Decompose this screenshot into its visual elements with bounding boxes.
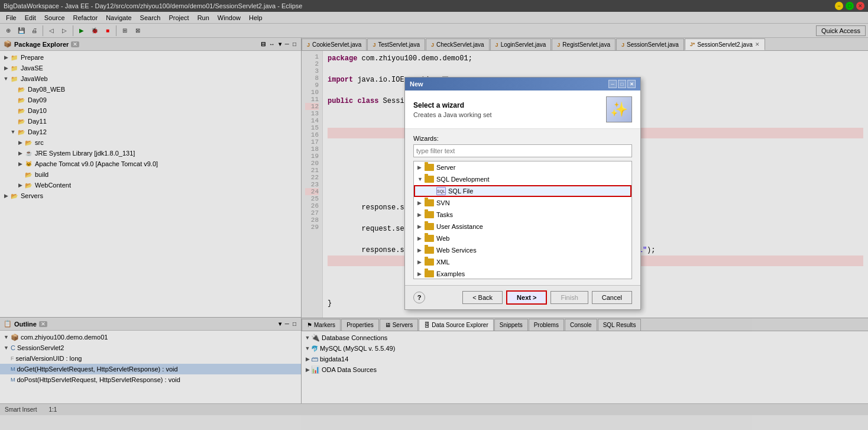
wizard-tree: ▶ Server ▼ SQL Development SQL SQL File …: [413, 161, 632, 279]
finish-button[interactable]: Finish: [550, 291, 588, 304]
wiz-item-examples[interactable]: ▶ Examples: [414, 268, 631, 279]
wiz-arrow-tasks: ▶: [417, 212, 425, 218]
dialog-footer: ? < Back Next > Finish Cancel: [405, 285, 640, 309]
wiz-item-sql-file[interactable]: SQL SQL File: [414, 185, 631, 197]
wiz-label-sql-dev: SQL Development: [436, 176, 489, 183]
wiz-label-xml: XML: [436, 258, 450, 266]
dialog-header: Select a wizard Creates a Java working s…: [405, 90, 640, 129]
filter-input[interactable]: [413, 144, 632, 157]
wiz-label-svn: SVN: [436, 199, 450, 206]
wiz-arrow-web-services: ▶: [417, 247, 425, 253]
wiz-item-sql-dev[interactable]: ▼ SQL Development: [414, 173, 631, 185]
wiz-label-server: Server: [436, 164, 455, 171]
wiz-label-examples: Examples: [436, 270, 465, 277]
wiz-label-tasks: Tasks: [436, 211, 453, 218]
wizards-label: Wizards:: [413, 135, 632, 142]
cancel-button[interactable]: Cancel: [592, 291, 632, 304]
wiz-arrow-examples: ▶: [417, 271, 425, 277]
wiz-folder-icon-web-services: [425, 247, 434, 254]
wiz-arrow-svn: ▶: [417, 200, 425, 206]
dialog-maximize-button[interactable]: □: [618, 80, 626, 88]
dialog-header-icon: ✨: [606, 96, 632, 122]
wiz-arrow-web: ▶: [417, 235, 425, 241]
dialog-close-button[interactable]: ✕: [627, 80, 636, 88]
dialog-titlebar: New ─ □ ✕: [405, 77, 640, 90]
dialog-header-title: Select a wizard: [413, 101, 600, 109]
wizard-graphic-icon: ✨: [610, 101, 628, 118]
dialog-title: New: [410, 80, 608, 88]
wiz-folder-icon-svn: [425, 199, 434, 206]
wiz-label-sql-file: SQL File: [448, 187, 473, 195]
modal-overlay: New ─ □ ✕ Select a wizard Creates a Java…: [0, 0, 868, 430]
wiz-item-web[interactable]: ▶ Web: [414, 232, 631, 244]
wiz-item-svn[interactable]: ▶ SVN: [414, 197, 631, 209]
wiz-label-web-services: Web Services: [436, 247, 477, 254]
wiz-label-user-assistance: User Assistance: [436, 223, 483, 230]
wiz-arrow-sql-dev: ▼: [417, 176, 425, 182]
wiz-folder-icon-xml: [425, 258, 434, 266]
wiz-item-web-services[interactable]: ▶ Web Services: [414, 244, 631, 256]
wiz-folder-icon-web: [425, 235, 434, 242]
dialog-header-text: Select a wizard Creates a Java working s…: [413, 101, 600, 118]
next-button[interactable]: Next >: [506, 290, 547, 305]
wiz-item-tasks[interactable]: ▶ Tasks: [414, 209, 631, 221]
wiz-arrow-server: ▶: [417, 164, 425, 170]
back-button[interactable]: < Back: [462, 291, 503, 304]
wiz-item-server[interactable]: ▶ Server: [414, 161, 631, 173]
wiz-label-web: Web: [436, 235, 449, 242]
wiz-item-user-assistance[interactable]: ▶ User Assistance: [414, 221, 631, 232]
wiz-folder-icon-tasks: [425, 211, 434, 218]
dialog-win-buttons: ─ □ ✕: [608, 80, 636, 88]
wiz-sql-icon: SQL: [436, 187, 446, 195]
wiz-folder-icon-server: [425, 164, 434, 171]
dialog-help-button[interactable]: ?: [413, 292, 425, 303]
wiz-arrow-user-assistance: ▶: [417, 224, 425, 229]
dialog-body: Wizards: ▶ Server ▼ SQL Development SQL …: [405, 129, 640, 285]
wiz-item-xml[interactable]: ▶ XML: [414, 256, 631, 268]
new-dialog: New ─ □ ✕ Select a wizard Creates a Java…: [404, 77, 641, 310]
wiz-arrow-xml: ▶: [417, 259, 425, 265]
dialog-minimize-button[interactable]: ─: [608, 80, 617, 88]
wiz-folder-icon-user-assistance: [425, 223, 434, 230]
wiz-folder-icon-sql-dev: [425, 176, 434, 183]
dialog-header-desc: Creates a Java working set: [413, 111, 600, 118]
wiz-folder-icon-examples: [425, 270, 434, 277]
